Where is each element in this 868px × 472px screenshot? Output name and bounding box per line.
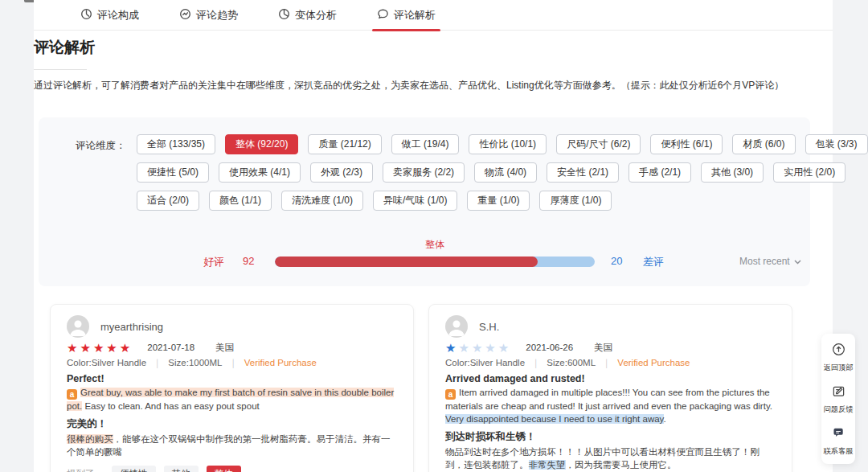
dimension-chip[interactable]: 颜色 (1/1) bbox=[209, 191, 272, 211]
mentioned-tag[interactable]: 其他 bbox=[164, 466, 199, 472]
body-text: ，能够在这个双锅锅中制作我的第一批树脂药膏。易于清洁。并有一个简单的噘嘴 bbox=[67, 434, 391, 457]
tab-label: 变体分析 bbox=[295, 8, 337, 23]
body-text: Easy to clean. And has an easy pout spou… bbox=[82, 401, 260, 411]
page-title: 评论解析 bbox=[34, 37, 95, 58]
review-title-zh: 完美的！ bbox=[67, 417, 397, 431]
tab-label: 评论构成 bbox=[97, 8, 139, 23]
floating-toolbar: 返回顶部 问题反馈 联系客服 bbox=[821, 334, 855, 464]
dimension-chip[interactable]: 便捷性 (5/0) bbox=[137, 162, 209, 183]
dimension-chip[interactable]: 手感 (2/1) bbox=[628, 162, 691, 183]
body-text: ，因为我需要马上使用它。 bbox=[566, 460, 677, 470]
tab-review-composition[interactable]: 评论构成 bbox=[80, 0, 139, 31]
star-icon: ★ bbox=[498, 342, 509, 354]
dimension-chip[interactable]: 实用性 (2/0) bbox=[773, 162, 845, 183]
mentioned-tag[interactable]: 整体 bbox=[207, 466, 241, 472]
left-gutter bbox=[0, 0, 34, 472]
dimension-chip[interactable]: 清洗难度 (1/0) bbox=[281, 191, 363, 211]
back-to-top-icon bbox=[832, 343, 845, 359]
star-icon: ★ bbox=[67, 342, 77, 354]
toolbar-label: 联系客服 bbox=[824, 446, 854, 457]
chevron-down-icon bbox=[794, 256, 801, 267]
feedback-icon bbox=[832, 384, 845, 401]
review-body-zh: 很棒的购买，能够在这个双锅锅中制作我的第一批树脂药膏。易于清洁。并有一个简单的噘… bbox=[67, 433, 397, 458]
review-dimension-panel: 评论维度： 全部 (133/35)整体 (92/20)质量 (21/12)做工 … bbox=[39, 117, 810, 286]
review-country: 美国 bbox=[594, 342, 612, 354]
feedback-button[interactable]: 问题反馈 bbox=[822, 384, 854, 415]
body-text: Item arrived damaged in multiple places!… bbox=[445, 388, 772, 411]
reviewer-name: myearthrising bbox=[100, 321, 163, 333]
tab-review-trend[interactable]: 评论趋势 bbox=[179, 0, 238, 31]
verified-purchase-label: Verified Purchase bbox=[244, 358, 317, 367]
variant-analysis-icon bbox=[278, 8, 290, 23]
separator: ｜ bbox=[153, 358, 162, 367]
review-card-list: myearthrising★★★★★2021-07-18美国Color:Silv… bbox=[50, 304, 792, 472]
sentiment-bar[interactable] bbox=[275, 257, 595, 267]
verified-purchase-label: Verified Purchase bbox=[617, 358, 690, 367]
mentioned-label: 提到了： bbox=[67, 468, 104, 472]
dimension-chip[interactable]: 重量 (1/0) bbox=[467, 191, 530, 211]
tab-label: 评论趋势 bbox=[196, 8, 238, 23]
sort-label: Most recent bbox=[739, 256, 790, 267]
review-body-en: aItem arrived damaged in multiple places… bbox=[445, 386, 776, 425]
dimension-chip[interactable]: 异味/气味 (1/0) bbox=[373, 191, 457, 211]
highlighted-text: Very disappointed because I need to use … bbox=[445, 414, 664, 424]
highlighted-text: 很棒的购买 bbox=[67, 434, 113, 444]
review-meta: Color:Silver Handle｜Size:1000ML｜Verified… bbox=[67, 357, 397, 370]
dimension-chip-row: 便捷性 (5/0)使用效果 (4/1)外观 (2/3)卖家服务 (2/2)物流 … bbox=[137, 162, 868, 183]
rating-bar-row: 好评 92 20 差评 Most recent bbox=[39, 252, 810, 270]
dimension-chip[interactable]: 安全性 (2/1) bbox=[547, 162, 619, 183]
toolbar-label: 问题反馈 bbox=[824, 404, 854, 415]
dimension-chip[interactable]: 厚薄度 (1/0) bbox=[539, 191, 612, 211]
dimension-chip[interactable]: 全部 (133/35) bbox=[137, 134, 215, 154]
dimension-chip[interactable]: 做工 (19/4) bbox=[391, 134, 460, 154]
dimension-chip[interactable]: 其他 (3/0) bbox=[701, 162, 764, 183]
dimension-chip[interactable]: 尺码/尺寸 (6/2) bbox=[556, 134, 641, 154]
separator: ｜ bbox=[531, 358, 540, 367]
star-icon: ★ bbox=[106, 342, 117, 354]
avatar bbox=[67, 315, 89, 338]
star-icon: ★ bbox=[458, 342, 469, 354]
mentioned-tags-row: 提到了：便捷性其他整体 bbox=[67, 466, 397, 472]
body-text: . bbox=[664, 414, 666, 424]
negative-label: 差评 bbox=[643, 255, 664, 269]
contact-support-button[interactable]: 联系客服 bbox=[822, 426, 854, 457]
review-title-en: Perfect! bbox=[67, 373, 397, 384]
dimension-chip[interactable]: 卖家服务 (2/2) bbox=[383, 162, 465, 183]
review-date: 2021-06-26 bbox=[526, 343, 573, 352]
tab-variant-analysis[interactable]: 变体分析 bbox=[278, 0, 337, 31]
variant-color: Color:Silver Handle bbox=[67, 358, 146, 367]
dimension-chip[interactable]: 包装 (3/3) bbox=[805, 134, 868, 154]
sort-dropdown[interactable]: Most recent bbox=[739, 256, 801, 267]
translate-icon[interactable]: a bbox=[445, 389, 456, 400]
star-icon: ★ bbox=[93, 342, 104, 354]
dimension-chip[interactable]: 性价比 (10/1) bbox=[469, 134, 547, 154]
page-description: 通过评论解析，可了解消费者对产品的关注集中在哪些维度，深扒竞品的优劣之处，为卖家… bbox=[34, 79, 813, 92]
dimension-chip[interactable]: 质量 (21/12) bbox=[308, 134, 381, 154]
review-body-en: aGreat buy, was able to make my first ba… bbox=[67, 386, 397, 412]
dimension-chip[interactable]: 整体 (92/20) bbox=[225, 134, 298, 154]
review-title-en: Arrived damaged and rusted! bbox=[445, 373, 776, 384]
dimension-chip[interactable]: 物流 (4/0) bbox=[474, 162, 537, 183]
mentioned-tag[interactable]: 便捷性 bbox=[112, 466, 156, 472]
dimension-chip[interactable]: 适合 (2/0) bbox=[137, 191, 199, 211]
translate-icon[interactable]: a bbox=[67, 389, 77, 400]
tab-label: 评论解析 bbox=[394, 8, 436, 23]
tab-bar: 评论构成 评论趋势 变体分析 评论解析 bbox=[34, 0, 833, 31]
tab-review-insight[interactable]: 评论解析 bbox=[377, 0, 436, 31]
dimension-chip[interactable]: 使用效果 (4/1) bbox=[219, 162, 301, 183]
contact-support-icon bbox=[832, 426, 845, 443]
review-country: 美国 bbox=[215, 342, 234, 354]
dimension-chip[interactable]: 材质 (6/0) bbox=[732, 134, 795, 154]
separator: ｜ bbox=[602, 358, 611, 367]
dimension-chip-rows: 全部 (133/35)整体 (92/20)质量 (21/12)做工 (19/4)… bbox=[137, 134, 868, 211]
variant-size: Size:600ML bbox=[547, 358, 596, 367]
review-meta: Color:Silver Handle｜Size:600ML｜Verified … bbox=[445, 357, 776, 370]
star-icon: ★ bbox=[485, 342, 495, 354]
back-to-top-button[interactable]: 返回顶部 bbox=[822, 343, 854, 373]
star-icon: ★ bbox=[472, 342, 482, 354]
reviewer-name: S.H. bbox=[479, 321, 499, 333]
dimension-filter-label: 评论维度： bbox=[76, 139, 126, 153]
dimension-chip[interactable]: 外观 (2/3) bbox=[310, 162, 373, 183]
dimension-chip[interactable]: 便利性 (6/1) bbox=[650, 134, 723, 154]
dimension-chip-row: 适合 (2/0)颜色 (1/1)清洗难度 (1/0)异味/气味 (1/0)重量 … bbox=[137, 191, 868, 211]
